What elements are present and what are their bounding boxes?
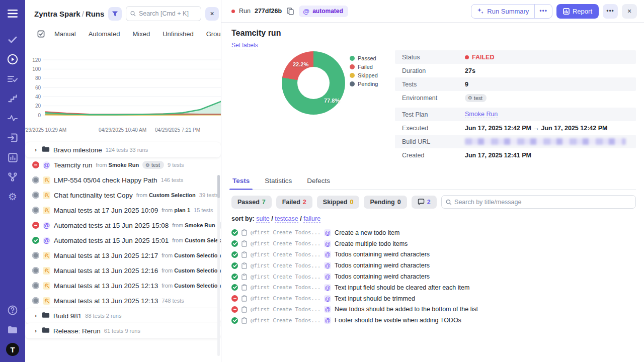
test-suite-path[interactable]: @first Create Todos... [251, 274, 320, 280]
folder-row[interactable]: ›Release: Rerun61 tests 9 runs [25, 323, 221, 338]
run-row[interactable]: @Teamcity runfrom Smoke Run⚙test9 tests [32, 157, 221, 172]
tab-tests[interactable]: Tests [231, 174, 251, 189]
report-label: Report [573, 8, 592, 15]
run-row[interactable]: Manual tests at 17 Jun 2025 10:09from pl… [32, 203, 221, 218]
automated-badge[interactable]: @ automated [299, 6, 348, 17]
sort-by-suite[interactable]: suite [256, 215, 269, 223]
run-summary-more-button[interactable]: ••• [534, 5, 552, 18]
test-plan-link[interactable]: Smoke Run [465, 111, 498, 118]
filter-chip-failed[interactable]: Failed2 [276, 196, 312, 209]
test-filter-row: Passed7Failed2Skipped0Pending0 2 [231, 195, 636, 209]
menu-icon[interactable] [6, 7, 19, 20]
run-meta: 61 tests 9 runs [104, 328, 140, 334]
run-row[interactable]: Manual tests at 13 Jun 2025 12:17from Cu… [32, 248, 221, 263]
test-title[interactable]: New todos should be added to the bottom … [335, 306, 478, 313]
tab-unfinished[interactable]: Unfinished [163, 30, 193, 38]
test-suite-path[interactable]: @first Create Todos... [251, 262, 320, 269]
chevron-right-icon[interactable]: › [33, 312, 38, 319]
test-row[interactable]: @first Create Todos...@Todos containing … [231, 249, 636, 260]
runs-scrollbar[interactable] [217, 175, 220, 356]
run-filter-icon[interactable] [37, 30, 45, 38]
test-row[interactable]: @first Create Todos...@Create multiple t… [231, 238, 636, 249]
set-labels-link[interactable]: Set labels [231, 42, 258, 49]
bar-chart-icon[interactable] [6, 151, 19, 164]
filter-chip-pending[interactable]: Pending0 [364, 196, 407, 209]
filter-chip-passed[interactable]: Passed7 [231, 196, 272, 209]
test-search[interactable] [441, 195, 636, 209]
run-list: ›Bravo milestone124 tests 33 runs@Teamci… [25, 135, 221, 338]
run-row[interactable]: LMP-554 05/04 check Happy Path146 tests [32, 172, 221, 188]
test-title[interactable]: Create a new todo item [335, 229, 399, 236]
test-row[interactable]: @first Create Todos...@Create a new todo… [231, 227, 636, 238]
test-row[interactable]: @first Create Todos...@Text input should… [231, 293, 636, 304]
run-row[interactable]: @Automated tests at 15 Jun 2025 15:01fro… [32, 233, 221, 248]
test-suite-path[interactable]: @first Create Todos... [251, 284, 320, 291]
chevron-right-icon[interactable]: › [33, 327, 38, 334]
close-detail-button[interactable]: × [622, 4, 637, 19]
test-title[interactable]: Text input field should be cleared after… [335, 284, 469, 291]
tab-defects[interactable]: Defects [306, 174, 331, 189]
test-title[interactable]: Create multiple todo items [335, 240, 408, 247]
test-title[interactable]: Text input should be trimmed [335, 295, 415, 302]
list-check-icon[interactable] [6, 72, 19, 85]
folder-row[interactable]: ›Bravo milestone124 tests 33 runs [25, 142, 221, 157]
test-row[interactable]: @first Create Todos...@Todos containing … [231, 271, 636, 282]
area-chart-svg: 120100806040200 [25, 45, 221, 125]
tab-groups[interactable]: Groups [206, 30, 221, 38]
legend-item-failed: Failed [350, 64, 378, 70]
runs-search[interactable] [126, 6, 201, 21]
test-row[interactable]: @first Create Todos...@Text input field … [231, 282, 636, 293]
test-search-input[interactable] [454, 199, 631, 206]
run-row[interactable]: @Automated tests at 15 Jun 2025 15:08fro… [32, 218, 221, 233]
gear-icon[interactable]: ⚙ [6, 190, 19, 203]
test-title[interactable]: Todos containing weird characters [335, 273, 430, 280]
tab-statistics[interactable]: Statistics [264, 174, 293, 189]
help-icon[interactable] [6, 304, 19, 317]
test-suite-path[interactable]: @first Create Todos... [251, 251, 320, 258]
steps-icon[interactable] [6, 92, 19, 105]
filter-chip-skipped[interactable]: Skipped0 [317, 196, 360, 209]
run-meta: 88 tests 2 runs [85, 313, 121, 319]
run-row[interactable]: Manual tests at 13 Jun 2025 12:13from Cu… [32, 278, 221, 293]
test-suite-path[interactable]: @first Create Todos... [251, 306, 320, 313]
tab-automated[interactable]: Automated [89, 30, 120, 38]
test-title[interactable]: Todos containing weird characters [335, 262, 430, 269]
copy-run-id-button[interactable] [286, 7, 295, 16]
branch-icon[interactable] [6, 170, 19, 184]
sort-by-testcase[interactable]: testcase [275, 215, 298, 223]
run-row[interactable]: Manual tests at 13 Jun 2025 12:16from Cu… [32, 263, 221, 278]
pulse-icon[interactable] [6, 112, 19, 125]
import-icon[interactable] [6, 131, 19, 144]
comments-filter-chip[interactable]: 2 [412, 196, 437, 209]
test-title[interactable]: Footer should be visible when adding TOD… [335, 317, 461, 324]
test-row[interactable]: @first Create Todos...@Todos containing … [231, 260, 636, 271]
test-row[interactable]: @first Create Todos...@New todos should … [231, 304, 636, 315]
chevron-right-icon[interactable]: › [33, 146, 38, 153]
breadcrumb-project[interactable]: Zyntra Spark [34, 10, 80, 18]
test-suite-path[interactable]: @first Create Todos... [251, 229, 320, 236]
status-pending-icon [32, 207, 39, 214]
runs-search-input[interactable] [139, 10, 197, 17]
test-title[interactable]: Todos containing weird characters [335, 251, 430, 258]
test-suite-path[interactable]: @first Create Todos... [251, 240, 320, 247]
filter-button[interactable] [108, 7, 122, 21]
tab-mixed[interactable]: Mixed [133, 30, 150, 38]
report-button[interactable]: Report [556, 4, 599, 19]
run-kind-icon [43, 176, 50, 184]
sort-by-failure[interactable]: failure [303, 215, 320, 223]
collapse-panel-button[interactable]: × [205, 7, 219, 21]
play-circle-icon[interactable] [6, 53, 19, 66]
folder-row[interactable]: ›Build 98188 tests 2 runs [25, 308, 221, 323]
test-row[interactable]: @first Create Todos...@Footer should be … [231, 315, 636, 326]
more-actions-button[interactable]: ••• [603, 4, 618, 19]
test-suite-path[interactable]: @first Create Todos... [251, 295, 320, 302]
docs-icon[interactable] [6, 323, 19, 336]
tab-manual[interactable]: Manual [54, 30, 76, 38]
run-summary-button[interactable]: Run Summary [471, 5, 534, 18]
run-kind-icon [43, 192, 50, 199]
logo-T[interactable]: T [6, 343, 19, 356]
check-icon[interactable] [6, 33, 19, 46]
run-row[interactable]: Manual tests at 13 Jun 2025 12:13748 tes… [32, 293, 221, 308]
test-suite-path[interactable]: @first Create Todos... [251, 317, 320, 324]
run-row[interactable]: Chat functinality test Copyfrom Custom S… [32, 188, 221, 203]
